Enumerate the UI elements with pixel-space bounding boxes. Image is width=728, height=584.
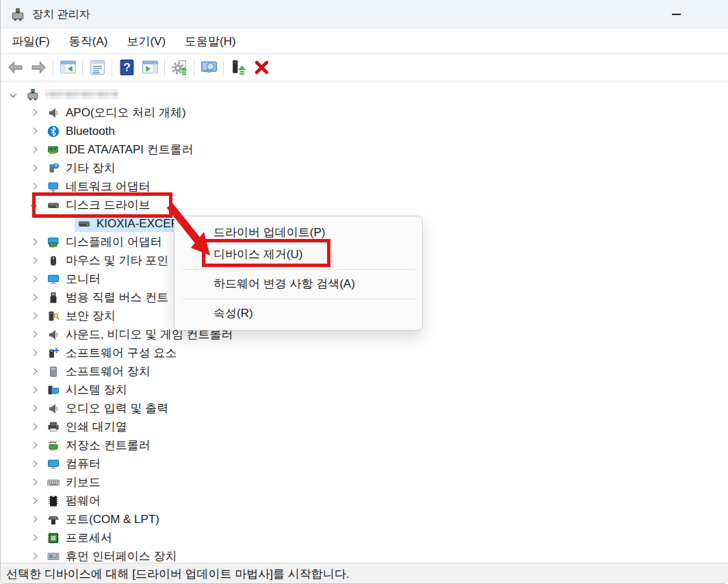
minimize-button[interactable] (660, 0, 692, 29)
tree-item-human-interface-devices[interactable]: 휴먼 인터페이스 장치 (1, 547, 728, 563)
menu-view[interactable]: 보기(V) (117, 29, 175, 53)
help-icon: ? (118, 59, 135, 76)
context-menu-properties[interactable]: 속성(R) (174, 303, 422, 325)
status-text: 선택한 디바이스에 대해 [드라이버 업데이트 마법사]를 시작합니다. (6, 566, 350, 582)
device-category-icon (47, 420, 60, 434)
menu-action[interactable]: 동작(A) (60, 29, 118, 53)
chevron-icon[interactable] (27, 272, 40, 286)
tree-item-content: 컴퓨터 (44, 455, 106, 473)
tree-item-label: IDE ATA/ATAPI 컨트롤러 (66, 142, 194, 157)
tree-item-label: 휴먼 인터페이스 장치 (66, 548, 177, 563)
tree-item-system-devices[interactable]: 시스템 장치 (1, 381, 728, 399)
chevron-icon[interactable] (27, 106, 40, 120)
chevron-icon[interactable] (27, 402, 40, 416)
menu-help[interactable]: 도움말(H) (175, 29, 246, 53)
chevron-icon[interactable] (27, 143, 40, 157)
tree-item-print-queues[interactable]: 인쇄 대기열 (1, 418, 728, 436)
maximize-button[interactable] (716, 0, 728, 29)
tree-item-firmware[interactable]: 펌웨어 (1, 492, 728, 510)
chevron-icon[interactable] (27, 162, 40, 175)
context-menu-scan-hardware-changes[interactable]: 하드웨어 변경 사항 검색(A) (174, 273, 422, 295)
device-update-icon (230, 59, 247, 76)
tree-item-content: 디스플레이 어댑터 (44, 233, 168, 251)
tree-item-label: 포트(COM & LPT) (66, 511, 159, 527)
red-x-icon (253, 59, 270, 76)
help-button[interactable]: ? (115, 56, 138, 79)
tree-item-content: 시스템 장치 (44, 381, 133, 399)
tree-item-label: 키보드 (66, 474, 101, 490)
toolbar-separator (53, 59, 53, 77)
tree-item-content: 소프트웨어 구성 요소 (44, 344, 182, 362)
update-driver-software-button[interactable] (168, 56, 191, 79)
forward-button[interactable] (27, 56, 50, 79)
chevron-icon[interactable] (27, 365, 40, 379)
tree-item-content: 기타 장치 (44, 159, 121, 177)
chevron-icon[interactable] (27, 457, 40, 471)
chevron-icon[interactable] (6, 88, 20, 101)
chevron-icon[interactable] (27, 309, 40, 323)
tree-item-software-devices[interactable]: 소프트웨어 장치 (1, 362, 728, 381)
tree-item-content: Bluetooth (44, 123, 120, 140)
chevron-icon[interactable] (27, 328, 40, 342)
tree-item-storage-controllers[interactable]: 저장소 컨트롤러 (1, 436, 728, 455)
chevron-icon[interactable] (27, 254, 40, 268)
tree-item-software-components[interactable]: 소프트웨어 구성 요소 (1, 344, 728, 362)
chevron-icon[interactable] (27, 531, 40, 545)
tree-item-computer[interactable]: 컴퓨터 (1, 455, 728, 473)
chevron-icon[interactable] (27, 439, 40, 453)
chevron-icon[interactable] (27, 180, 40, 194)
tree-item-label: 디스플레이 어댑터 (66, 234, 162, 250)
tree-item-apo[interactable]: APO(오디오 처리 개체) (1, 103, 728, 122)
tree-item-content: 프로세서 (44, 529, 118, 547)
chevron-icon[interactable] (27, 476, 40, 490)
chevron-icon[interactable] (27, 494, 40, 508)
chevron-icon[interactable] (27, 550, 40, 563)
update-driver-button[interactable] (226, 56, 250, 79)
tree-item-keyboards[interactable]: 키보드 (1, 473, 728, 492)
chevron-icon[interactable] (27, 291, 40, 305)
properties-button[interactable] (86, 56, 109, 79)
context-menu-separator (182, 269, 415, 270)
back-button[interactable] (3, 56, 27, 79)
properties-icon (89, 59, 106, 76)
chevron-icon[interactable] (27, 125, 40, 138)
device-category-icon (47, 365, 60, 379)
tree-item-content: 마우스 및 기타 포인 (44, 251, 174, 270)
chevron-icon[interactable] (27, 513, 40, 526)
tree-item-ports-com-lpt[interactable]: 포트(COM & LPT) (1, 510, 728, 529)
chevron-icon[interactable] (27, 420, 40, 434)
tree-item-label: 소프트웨어 장치 (66, 364, 151, 379)
tree-item-ide-ata-atapi-controllers[interactable]: IDE ATA/ATAPI 컨트롤러 (1, 140, 728, 159)
tree-item-content (23, 86, 123, 103)
annotation-arrow (165, 201, 220, 263)
device-category-icon (47, 531, 60, 545)
tree-item-label: 마우스 및 기타 포인 (66, 253, 168, 268)
show-console-tree-button[interactable] (56, 56, 79, 79)
device-category-icon (47, 291, 60, 305)
device-category-icon (47, 309, 60, 323)
chevron-icon[interactable] (27, 383, 40, 397)
device-manager-window: 장치 관리자 파일(F) 동작(A) 보기(V) 도움말(H) (0, 0, 728, 584)
toolbar-separator (112, 59, 112, 77)
tree-item-computer-root[interactable] (1, 85, 728, 103)
device-category-icon (47, 402, 60, 416)
chevron-icon[interactable] (27, 236, 40, 249)
toolbar-separator (82, 59, 83, 77)
tree-item-label: 펌웨어 (66, 493, 101, 509)
menu-file[interactable]: 파일(F) (2, 29, 60, 53)
menu-bar: 파일(F) 동작(A) 보기(V) 도움말(H) (1, 29, 728, 54)
device-category-icon (47, 476, 60, 490)
chevron-icon[interactable] (27, 346, 40, 360)
show-action-pane-button[interactable] (138, 56, 161, 79)
scan-hardware-changes-button[interactable] (197, 56, 220, 79)
uninstall-device-button[interactable] (250, 56, 273, 79)
tree-item-content: 범용 직렬 버스 컨트 (44, 288, 174, 307)
tree-item-content: 휴먼 인터페이스 장치 (44, 547, 182, 563)
action-pane-icon (142, 59, 159, 76)
tree-item-bluetooth[interactable]: Bluetooth (1, 122, 728, 140)
device-category-icon (47, 125, 60, 138)
tree-item-processors[interactable]: 프로세서 (1, 529, 728, 547)
tree-item-other-devices[interactable]: 기타 장치 (1, 159, 728, 177)
tree-item-audio-inputs-outputs[interactable]: 오디오 입력 및 출력 (1, 399, 728, 418)
tree-item-label: 프로세서 (66, 530, 112, 546)
